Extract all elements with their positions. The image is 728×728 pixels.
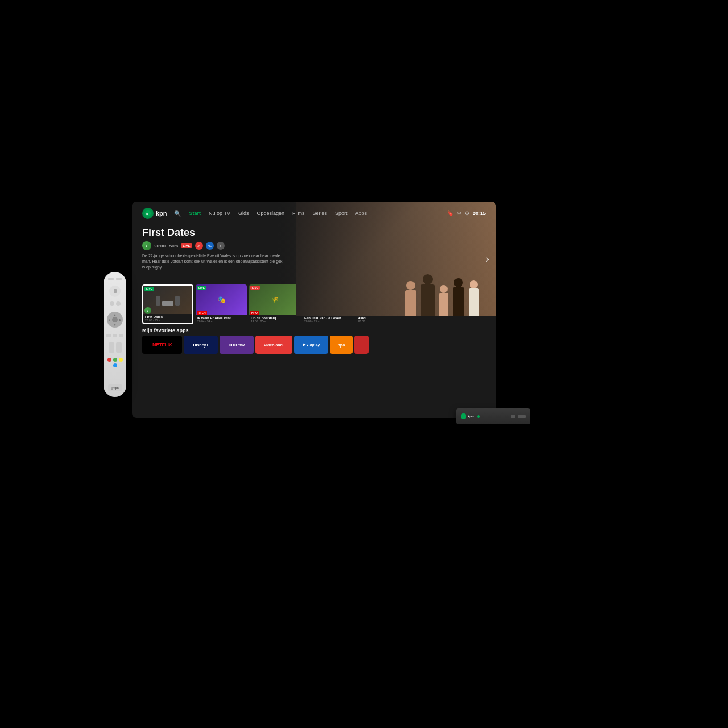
app-viaplay[interactable]: ▶ viaplay bbox=[294, 336, 328, 354]
card-info-2: Ik Weet Er Alles Van! 20:04 · 34m bbox=[196, 315, 247, 324]
remote-forward-button[interactable] bbox=[119, 334, 123, 337]
card-info-4: Een Jaar Van Je Leven 20:00 · 25m bbox=[303, 315, 354, 324]
tv-card-ikweet[interactable]: 🎭 LIVE RTL 4 Ik Weet Er Alles Van! 20:04… bbox=[196, 284, 247, 324]
remote-bottom-buttons bbox=[106, 358, 123, 367]
apps-row: NETFLIX Disney+ HBO max videoland. ▶ via… bbox=[142, 336, 486, 354]
card-live-badge-1: LIVE bbox=[144, 287, 154, 291]
card-info-5: Hard... 20:00 bbox=[356, 315, 384, 324]
settings-icon[interactable]: ⚙ bbox=[465, 210, 469, 216]
mail-icon[interactable]: ✉ bbox=[457, 210, 461, 216]
nav-item-series[interactable]: Series bbox=[311, 209, 329, 217]
stb-button-2[interactable] bbox=[518, 415, 526, 418]
hero-time: 20:00 · 50m bbox=[154, 243, 178, 249]
card-time-2: 20:04 · 34m bbox=[197, 320, 245, 323]
card-time-5: 20:00 bbox=[358, 320, 383, 323]
kpn-logo-text: kpn bbox=[156, 210, 167, 217]
tv-screen: k kpn 🔍 Start Nu op TV Gids Opgeslagen F… bbox=[132, 202, 496, 418]
remote-vol-ch-buttons bbox=[109, 342, 122, 353]
channel-badge: ▸ bbox=[142, 241, 151, 250]
remote-power-button[interactable] bbox=[108, 278, 114, 280]
kpn-logo[interactable]: k kpn bbox=[142, 208, 167, 219]
remote-nav-row bbox=[110, 301, 121, 306]
stb-logo-text: kpn bbox=[468, 415, 474, 418]
card-info-3: Op de boerderij 19:55 · 25m bbox=[249, 315, 300, 324]
card-live-badge-2: LIVE bbox=[197, 286, 206, 290]
app-disney[interactable]: Disney+ bbox=[184, 336, 218, 354]
tv-card-boerderij[interactable]: 🌾 LIVE NPO Op de boerderij 19:55 · 25m bbox=[249, 284, 300, 324]
nav-item-films[interactable]: Films bbox=[291, 209, 307, 217]
tv-card-first-dates[interactable]: LIVE ▸ First Dates 20:00 · 25m bbox=[142, 284, 193, 324]
remote-logo-text: @kpn bbox=[111, 386, 119, 390]
nav-item-gids[interactable]: Gids bbox=[237, 209, 251, 217]
audio-icon: ♪ bbox=[217, 242, 225, 250]
remote-ok-button[interactable] bbox=[112, 317, 118, 322]
hero-description: De 22-jarige schoonheidsspecialiste Eve … bbox=[142, 253, 284, 270]
app-viaplay-label: ▶ viaplay bbox=[301, 341, 321, 348]
remote-voice-button[interactable] bbox=[109, 286, 121, 297]
stb-logo: kpn bbox=[461, 413, 474, 419]
nav-item-sport[interactable]: Sport bbox=[333, 209, 349, 217]
nav-item-opgeslagen[interactable]: Opgeslagen bbox=[255, 209, 286, 217]
nav-item-apps[interactable]: Apps bbox=[354, 209, 369, 217]
set-top-box: kpn bbox=[456, 408, 530, 424]
remote-up-arrow[interactable]: ▲ bbox=[114, 313, 117, 316]
app-netflix-label: NETFLIX bbox=[151, 341, 173, 349]
card-time-4: 20:00 · 25m bbox=[304, 320, 352, 323]
remote-down-arrow[interactable]: ▼ bbox=[114, 323, 117, 326]
hero-title: First Dates bbox=[142, 227, 486, 239]
remote-left-arrow[interactable]: ◀ bbox=[108, 318, 110, 321]
apps-section-label: Mijn favoriete apps bbox=[142, 328, 486, 333]
card-time-1: 20:00 · 25m bbox=[145, 318, 191, 322]
stb-power-led bbox=[477, 415, 480, 418]
remote-green-button[interactable] bbox=[113, 358, 117, 362]
bookmark-icon[interactable]: 🔖 bbox=[447, 210, 453, 216]
remote-red-button[interactable] bbox=[107, 358, 111, 362]
card-info-1: First Dates 20:00 · 25m bbox=[143, 314, 192, 323]
remote-channel-button[interactable] bbox=[116, 342, 122, 353]
hero-next-arrow[interactable]: › bbox=[486, 253, 489, 265]
navigation: k kpn 🔍 Start Nu op TV Gids Opgeslagen F… bbox=[132, 202, 496, 225]
remote-right-arrow[interactable]: ▶ bbox=[119, 318, 122, 321]
stb-button-1[interactable] bbox=[511, 415, 515, 418]
remote-home-button[interactable] bbox=[116, 301, 121, 306]
rating-icon: ⊘ bbox=[195, 242, 203, 250]
remote-play-button[interactable] bbox=[113, 334, 117, 337]
card-channel-rtl-2: RTL 4 bbox=[197, 311, 207, 315]
nav-items: Start Nu op TV Gids Opgeslagen Films Ser… bbox=[188, 209, 369, 217]
search-icon[interactable]: 🔍 bbox=[174, 210, 181, 217]
card-time-3: 19:55 · 25m bbox=[251, 320, 299, 323]
app-videoland-label: videoland. bbox=[263, 342, 285, 348]
scene: k kpn 🔍 Start Nu op TV Gids Opgeslagen F… bbox=[0, 0, 728, 728]
remote-input-button[interactable] bbox=[116, 278, 122, 280]
nav-item-start[interactable]: Start bbox=[188, 209, 203, 217]
remote-volume-button[interactable] bbox=[109, 342, 114, 353]
remote-yellow-button[interactable] bbox=[119, 358, 123, 362]
apps-section: Mijn favoriete apps NETFLIX Disney+ HBO … bbox=[132, 324, 496, 356]
remote-control: ▲ ▼ ◀ ▶ @kpn bbox=[104, 272, 126, 397]
hero-content: First Dates ▸ 20:00 · 50m LIVE ⊘ NL ♪ De… bbox=[132, 225, 496, 274]
remote-back-button[interactable] bbox=[110, 301, 114, 306]
remote-media-buttons bbox=[106, 334, 123, 337]
live-badge: LIVE bbox=[181, 243, 192, 248]
card-channel-npo-3: NPO bbox=[250, 311, 259, 315]
remote-blue-button[interactable] bbox=[113, 363, 117, 367]
app-disney-label: Disney+ bbox=[192, 342, 209, 348]
remote-top-buttons bbox=[108, 278, 122, 280]
app-netflix[interactable]: NETFLIX bbox=[142, 336, 182, 354]
remote-dpad[interactable]: ▲ ▼ ◀ ▶ bbox=[107, 312, 123, 328]
nav-right-icons: 🔖 ✉ ⚙ 20:15 bbox=[447, 210, 486, 216]
app-npo[interactable]: npo bbox=[330, 336, 353, 354]
hero-meta: ▸ 20:00 · 50m LIVE ⊘ NL ♪ bbox=[142, 241, 486, 250]
card-live-badge-3: LIVE bbox=[250, 286, 260, 290]
app-extra[interactable] bbox=[354, 336, 369, 354]
app-npo-label: npo bbox=[337, 342, 346, 348]
language-icon: NL bbox=[206, 242, 214, 250]
app-videoland[interactable]: videoland. bbox=[255, 336, 292, 354]
remote-logo: @kpn bbox=[108, 384, 122, 391]
app-hbomax[interactable]: HBO max bbox=[220, 336, 254, 354]
remote-rewind-button[interactable] bbox=[106, 334, 111, 337]
clock-display: 20:15 bbox=[473, 210, 486, 216]
stb-buttons bbox=[511, 415, 526, 418]
nav-item-nuoptv[interactable]: Nu op TV bbox=[207, 209, 232, 217]
stb-logo-icon bbox=[461, 413, 466, 419]
